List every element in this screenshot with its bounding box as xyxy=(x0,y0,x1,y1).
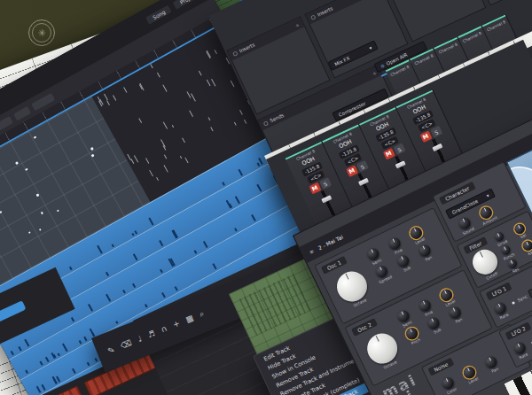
studio-one-emblem-icon: ✳ xyxy=(28,19,55,46)
synth-knob[interactable]: Spread xyxy=(374,264,389,279)
blue-action-button[interactable] xyxy=(0,300,27,325)
notation-tool-icon[interactable]: ⌫ xyxy=(120,338,134,351)
waveform-tick xyxy=(214,50,216,54)
lfo2-rate-knob[interactable]: Rate xyxy=(512,340,527,355)
automation-point[interactable] xyxy=(90,147,93,150)
sync-indicator xyxy=(512,301,515,305)
fader-cap[interactable] xyxy=(432,143,442,151)
waveform-tick xyxy=(149,170,153,177)
fader-cap[interactable] xyxy=(395,161,405,169)
notation-tool-icon[interactable]: ♩ xyxy=(137,334,144,344)
waveform-tick xyxy=(211,79,216,87)
waveform-tick xyxy=(231,81,235,88)
waveform-tick xyxy=(199,70,202,75)
synth-knob[interactable]: Pan xyxy=(483,354,498,369)
waveform-tick xyxy=(139,119,143,123)
waveform-tick xyxy=(131,159,135,164)
sync-label[interactable]: Sync xyxy=(516,293,528,303)
waveform-tick xyxy=(210,127,213,131)
automation-point[interactable] xyxy=(0,211,2,213)
waveform-tick xyxy=(157,73,160,78)
power-icon[interactable] xyxy=(310,14,317,20)
waveform-tick xyxy=(234,122,237,126)
waveform-tick xyxy=(113,95,116,101)
synth-knob[interactable]: Fine xyxy=(418,298,433,313)
waveform-tick xyxy=(172,125,174,128)
waveform-tick xyxy=(185,158,189,163)
waveform-tick xyxy=(162,85,167,92)
toolbar-chip[interactable] xyxy=(13,105,31,120)
synth-knob[interactable]: Fine xyxy=(387,236,402,251)
automation-point[interactable] xyxy=(27,231,30,234)
waveform-tick xyxy=(163,122,168,130)
fader-cap[interactable] xyxy=(358,178,369,186)
noise-label: Noise xyxy=(427,358,454,376)
waveform-tick xyxy=(189,110,193,117)
collage-stage: ✳ ♬♯♩♯♩♫♯♫♬♩♯♭♭♩♪♯♪♪♩♬♫♯♯♫♪♯♬♯♬♫♯♬♭♬♪♬♯♬… xyxy=(0,0,532,395)
automation-point[interactable] xyxy=(39,228,42,231)
automation-point[interactable] xyxy=(91,154,94,157)
waveform-tick xyxy=(124,87,128,92)
notation-tool-icon[interactable]: ✎ xyxy=(106,345,116,356)
waveform-tick xyxy=(156,177,159,181)
synth-knob[interactable]: Sound xyxy=(457,215,472,230)
waveform-tick xyxy=(180,156,183,159)
waveform-tick xyxy=(244,120,246,124)
automation-point[interactable] xyxy=(25,167,27,170)
synth-knob[interactable]: Pan xyxy=(447,305,462,320)
automation-point[interactable] xyxy=(15,161,18,164)
lfo1-label: LFO 1 xyxy=(486,282,512,300)
add-icon[interactable]: + xyxy=(293,20,301,27)
osc1-label: Osc 1 xyxy=(321,256,348,275)
automation-point[interactable] xyxy=(41,212,43,214)
waveform-tick xyxy=(164,154,167,158)
notation-tool-icon[interactable]: ⌕ xyxy=(198,308,206,319)
notation-tool-icon[interactable]: + xyxy=(172,319,182,329)
synth-knob[interactable]: Pitch xyxy=(404,326,419,341)
panel-label: Inserts xyxy=(317,5,333,17)
power-icon[interactable]: ⊙ xyxy=(379,62,385,68)
panel-label: Inserts xyxy=(239,42,255,53)
automation-point[interactable] xyxy=(34,136,36,138)
waveform-tick xyxy=(239,109,243,114)
waveform-tick xyxy=(104,94,108,100)
synth-knob[interactable]: Sub xyxy=(426,315,441,330)
waveform-tick xyxy=(186,91,191,97)
synth-knob[interactable]: Color xyxy=(441,376,456,391)
automation-point[interactable] xyxy=(36,194,39,197)
synth-knob[interactable]: Vel xyxy=(513,222,527,236)
synth-knob[interactable]: Key xyxy=(521,239,532,252)
plugin-title: 2 - Mai Tai xyxy=(317,233,343,251)
osc2-octave-knob[interactable]: Octave xyxy=(362,329,402,368)
automation-point[interactable] xyxy=(57,209,59,212)
waveform-tick xyxy=(164,165,169,173)
osc2-label: Osc 2 xyxy=(351,318,378,337)
notation-tool-icon[interactable]: ♬ xyxy=(146,329,156,339)
synth-knob[interactable]: Semi xyxy=(365,246,380,261)
menu-icon[interactable]: ≡ xyxy=(309,247,316,254)
waveform-tick xyxy=(145,158,149,163)
lfo1-rate-knob[interactable]: Rate xyxy=(493,300,508,315)
synth-knob[interactable]: Amount xyxy=(479,205,494,221)
power-icon[interactable] xyxy=(232,50,239,57)
waveform-tick xyxy=(207,117,210,120)
synth-knob[interactable]: Semi xyxy=(395,308,411,323)
waveform-tick xyxy=(106,101,110,106)
waveform-tick xyxy=(207,80,211,86)
panel-label: Sends xyxy=(269,112,285,124)
fader-cap[interactable] xyxy=(321,196,332,204)
power-icon[interactable] xyxy=(262,120,269,127)
waveform-tick xyxy=(134,155,138,162)
waveform-chip[interactable]: ∿ xyxy=(528,284,532,298)
synth-knob[interactable]: Sub xyxy=(395,253,411,268)
waveform-tick xyxy=(182,138,184,143)
osc1-octave-knob[interactable]: Octave xyxy=(332,267,372,306)
synth-knob[interactable]: Level xyxy=(409,225,424,240)
notation-tool-icon[interactable]: ∩ xyxy=(160,324,168,335)
synth-knob[interactable]: Level xyxy=(439,288,454,303)
synth-knob[interactable]: Pan xyxy=(417,243,432,258)
synth-knob[interactable]: Level xyxy=(462,365,477,380)
synth-knob[interactable]: Drive xyxy=(493,230,505,242)
notation-tool-icon[interactable]: ▦ xyxy=(184,314,195,324)
waveform-tick xyxy=(150,65,153,69)
